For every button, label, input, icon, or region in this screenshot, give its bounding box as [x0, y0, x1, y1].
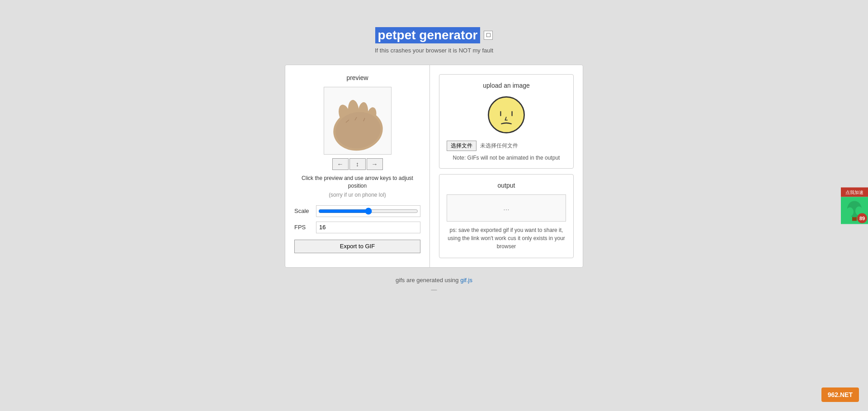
output-preview-area: ...: [447, 194, 566, 222]
footer-dash: —: [431, 286, 437, 293]
fps-row: FPS: [294, 222, 420, 233]
footer-text: gifs are generated using: [396, 277, 460, 283]
hand-animation-svg: [324, 87, 392, 155]
page-title: petpet generator: [375, 27, 481, 43]
page-wrapper: petpet generator ☐ If this crashes your …: [0, 0, 868, 311]
gif-note: Note: GIFs will not be animated in the o…: [447, 155, 566, 161]
left-panel: preview: [285, 65, 430, 267]
scale-slider[interactable]: [318, 208, 418, 215]
page-subtitle: If this crashes your browser it is NOT m…: [375, 47, 493, 54]
export-gif-button[interactable]: Export to GIF: [294, 240, 420, 253]
widget-badge: 89: [857, 213, 867, 223]
upload-section: upload an image 选择文件 未选择任何文件: [439, 74, 574, 169]
upload-title: upload an image: [447, 82, 566, 89]
arrow-updown-button[interactable]: ↕: [349, 158, 366, 170]
gif-js-link[interactable]: gif.js: [460, 277, 472, 283]
preview-title: preview: [346, 74, 368, 81]
svg-point-9: [488, 97, 524, 132]
arrow-left-button[interactable]: ←: [332, 158, 349, 170]
side-widget: 点我加速 89: [841, 187, 868, 224]
right-panel: upload an image 选择文件 未选择任何文件: [430, 65, 583, 267]
output-section: output ... ps: save the exported gif if …: [439, 174, 574, 258]
title-row: petpet generator ☐: [375, 27, 493, 43]
footer: gifs are generated using gif.js: [396, 277, 472, 283]
file-chooser-row: 选择文件 未选择任何文件: [447, 141, 566, 151]
instruction-text: Click the preview and use arrow keys to …: [294, 175, 420, 190]
main-card: preview: [285, 65, 583, 268]
choose-file-button[interactable]: 选择文件: [447, 141, 476, 151]
instruction-sub: (sorry if ur on phone lol): [329, 192, 386, 198]
output-note: ps: save the exported gif if you want to…: [447, 226, 566, 250]
fps-label: FPS: [294, 224, 312, 231]
widget-top-text[interactable]: 点我加速: [841, 187, 868, 197]
bottom-right-badge: 962.NET: [821, 387, 859, 402]
title-icon: ☐: [484, 31, 493, 40]
output-title: output: [447, 182, 566, 189]
file-name-label: 未选择任何文件: [480, 142, 518, 150]
scale-label: Scale: [294, 208, 312, 214]
scale-input-wrap: [316, 205, 420, 217]
fps-input[interactable]: [316, 222, 420, 233]
svg-point-14: [846, 207, 854, 216]
arrow-right-button[interactable]: →: [367, 158, 383, 170]
widget-image[interactable]: 89: [841, 197, 868, 224]
smiley-preview: [486, 94, 527, 135]
arrow-buttons-row: ← ↕ →: [332, 158, 383, 170]
scale-row: Scale: [294, 205, 420, 217]
output-placeholder: ...: [503, 204, 509, 212]
preview-canvas[interactable]: [324, 87, 392, 155]
